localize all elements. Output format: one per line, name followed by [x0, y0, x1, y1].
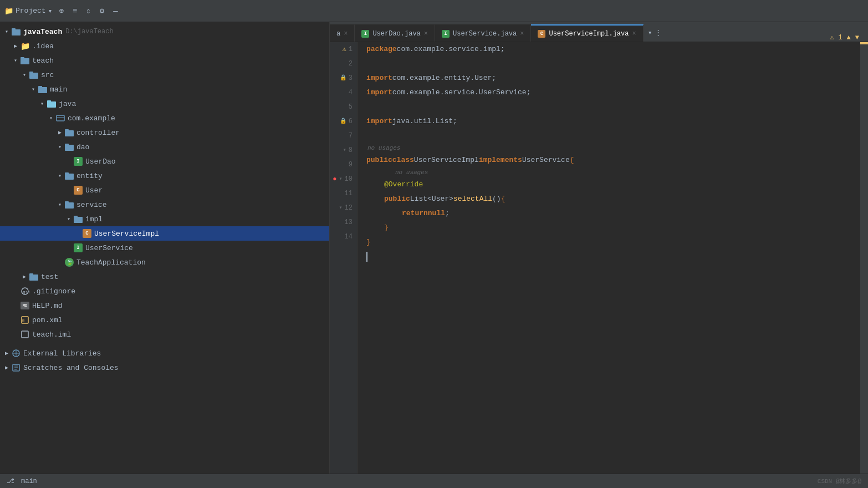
sidebar-item-user[interactable]: C User: [0, 183, 329, 197]
sidebar-item-controller[interactable]: ▶ controller: [0, 125, 329, 140]
gutter-9: 9: [330, 157, 353, 172]
project-panel-header[interactable]: 📁 Project ▾: [4, 7, 52, 16]
minimize-icon[interactable]: —: [113, 7, 118, 16]
tab-userdao[interactable]: I UserDao.java ×: [355, 24, 435, 42]
tree-root[interactable]: ▾ javaTeach D:\javaTeach: [0, 24, 329, 39]
warning-count: 1: [838, 34, 842, 42]
svg-text:m: m: [22, 318, 24, 323]
gutter-3: 🔒 3: [330, 71, 353, 85]
test-arrow[interactable]: ▶: [20, 273, 29, 280]
semi-3: ;: [492, 71, 496, 85]
main-folder-icon: [38, 84, 48, 94]
code-editor[interactable]: package com.example.service.impl ; impor…: [358, 42, 860, 474]
tab-overflow[interactable]: ▾ ⋮: [644, 24, 666, 42]
brace-close-1: }: [384, 221, 389, 235]
sidebar-item-helpmd[interactable]: MD HELP.md: [0, 298, 329, 313]
warning-mark-1: ⚠: [343, 42, 346, 57]
ext-libraries-label: External Libraries: [23, 349, 101, 358]
tab-a-close[interactable]: ×: [344, 30, 348, 38]
editor-scrollbar[interactable]: [860, 42, 868, 474]
tab-a[interactable]: a ×: [330, 24, 355, 42]
sidebar-item-teachapplication[interactable]: 🍃 TeachApplication: [0, 255, 329, 270]
pkg-arrow[interactable]: ▾: [47, 115, 55, 121]
align-center-icon[interactable]: ≡: [73, 7, 77, 16]
userdao-icon: I: [73, 156, 83, 166]
src-arrow[interactable]: ▾: [20, 72, 29, 78]
sidebar-item-idea[interactable]: ▶ 📁 .idea: [0, 39, 329, 53]
idea-arrow[interactable]: ▶: [11, 43, 20, 49]
tab-userserviceimpl-close[interactable]: ×: [632, 30, 636, 38]
sidebar-item-teachiml[interactable]: teach.iml: [0, 327, 329, 342]
ctrl-arrow[interactable]: ▶: [55, 129, 64, 136]
warning-nav-down[interactable]: ▼: [855, 34, 859, 42]
sidebar-item-entity[interactable]: ▾ entity: [0, 169, 329, 183]
sidebar-item-ext-libraries[interactable]: ▶ External Libraries: [0, 346, 329, 360]
settings-icon[interactable]: ⚙: [100, 6, 104, 16]
sidebar-item-impl[interactable]: ▾ impl: [0, 212, 329, 226]
java-arrow[interactable]: ▾: [38, 100, 47, 107]
import2-path: com.example.service.UserService: [392, 85, 527, 100]
tab-userserviceimpl[interactable]: C UserServiceImpl.java ×: [531, 24, 643, 42]
gutter-8: ▾ 8: [330, 143, 353, 157]
line-numbers: ⚠ 1 2 🔒 3 4 5 🔒 6 7 ▾: [330, 42, 358, 474]
teachiml-label: teach.iml: [32, 331, 71, 339]
entity-label: entity: [76, 172, 103, 180]
java-folder-icon: [47, 99, 57, 109]
svg-rect-15: [65, 144, 69, 146]
line-num-3: 3: [349, 71, 353, 85]
code-line-3: import com.example.entity.User ;: [366, 71, 860, 85]
warning-nav-up[interactable]: ▲: [847, 34, 851, 42]
svg-rect-28: [22, 331, 28, 338]
warning-indicator[interactable]: ⚠ 1 ▲ ▼: [830, 33, 868, 42]
impl-arrow[interactable]: ▾: [64, 216, 73, 222]
gitignore-label: .gitignore: [32, 287, 75, 296]
fold-icon-8[interactable]: ▾: [343, 143, 346, 157]
tab-userdao-label: UserDao.java: [372, 30, 420, 38]
space-10: List: [410, 192, 427, 206]
kw-null: null: [428, 206, 445, 221]
sidebar-item-dao[interactable]: ▾ dao: [0, 140, 329, 154]
globe-icon[interactable]: ⊕: [59, 6, 63, 16]
fold-icon-12[interactable]: ▾: [339, 201, 343, 215]
userservice-label: UserService: [85, 244, 133, 252]
sidebar-item-gitignore[interactable]: git .gitignore: [0, 284, 329, 298]
gutter-11: 11: [330, 186, 353, 201]
tab-userdao-close[interactable]: ×: [424, 30, 428, 38]
service-folder-icon: [64, 200, 74, 210]
sidebar-item-pomxml[interactable]: m pom.xml: [0, 313, 329, 327]
service-arrow[interactable]: ▾: [55, 201, 64, 208]
tab-userservice[interactable]: I UserService.java ×: [435, 24, 531, 42]
fold-icon-10[interactable]: ▾: [339, 172, 343, 186]
root-arrow[interactable]: ▾: [2, 28, 11, 35]
breakpoint-10[interactable]: ●: [333, 172, 336, 186]
ext-arrow[interactable]: ▶: [2, 350, 11, 357]
sidebar-item-userservice[interactable]: I UserService: [0, 241, 329, 255]
sidebar-item-main[interactable]: ▾ main: [0, 82, 329, 96]
sidebar-item-src[interactable]: ▾ src: [0, 68, 329, 82]
sidebar-item-test[interactable]: ▶ test: [0, 270, 329, 284]
semi-6: ;: [453, 114, 457, 129]
sidebar-item-com-example[interactable]: ▾ com.example: [0, 111, 329, 125]
entity-arrow[interactable]: ▾: [55, 172, 64, 179]
gutter-5: 5: [330, 100, 353, 114]
tabs-bar: a × I UserDao.java × I UserService.java …: [330, 22, 868, 42]
sidebar-item-service[interactable]: ▾ service: [0, 197, 329, 212]
project-dropdown-arrow[interactable]: ▾: [48, 7, 53, 16]
main-label: main: [50, 85, 67, 94]
sidebar-item-java[interactable]: ▾ java: [0, 96, 329, 111]
tab-userservice-close[interactable]: ×: [520, 30, 524, 38]
teachapp-label: TeachApplication: [76, 258, 146, 267]
teach-arrow[interactable]: ▾: [11, 57, 20, 64]
sidebar-item-teach[interactable]: ▾ teach: [0, 53, 329, 68]
main-arrow[interactable]: ▾: [29, 86, 38, 93]
line-num-7: 7: [349, 129, 353, 143]
space-3: UserService: [522, 153, 570, 167]
scratch-arrow[interactable]: ▶: [2, 364, 11, 371]
collapse-icon[interactable]: ⇕: [86, 6, 90, 16]
java-label: java: [59, 100, 76, 108]
sidebar-item-userdao[interactable]: I UserDao: [0, 154, 329, 169]
dao-arrow[interactable]: ▾: [55, 144, 64, 150]
sidebar-item-scratches[interactable]: ▶ Scratches and Consoles: [0, 360, 329, 375]
main-content: ▾ javaTeach D:\javaTeach ▶ 📁 .idea ▾ tea…: [0, 22, 868, 474]
sidebar-item-userserviceimpl[interactable]: C UserServiceImpl: [0, 226, 329, 241]
